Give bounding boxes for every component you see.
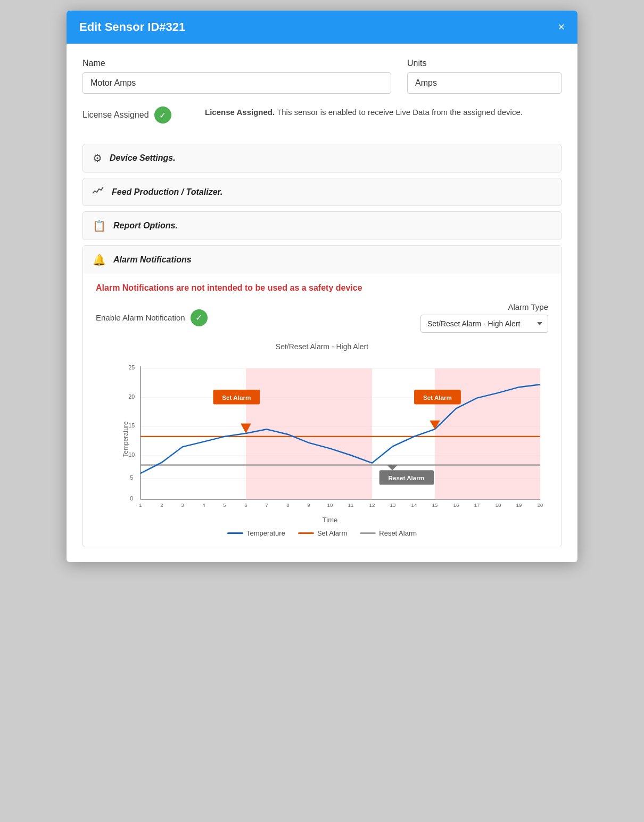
svg-text:17: 17 [474,502,480,508]
alarm-enable-group: Enable Alarm Notification ✓ [96,309,208,326]
svg-text:16: 16 [453,502,459,508]
modal-header: Edit Sensor ID#321 × [67,11,577,44]
license-section: License Assigned ✓ License Assigned. Thi… [82,106,562,129]
accordion-report-options[interactable]: 📋 Report Options. [82,211,562,240]
svg-text:20: 20 [538,502,543,508]
modal-body: Name Units License Assigned ✓ License As… [67,44,577,562]
report-options-icon: 📋 [93,219,106,232]
enable-alarm-label: Enable Alarm Notification [96,313,185,322]
svg-text:5: 5 [223,502,226,508]
units-label: Units [407,59,562,68]
feed-production-label: Feed Production / Totalizer. [112,187,222,197]
name-input[interactable] [82,72,391,94]
svg-text:1: 1 [139,502,142,508]
svg-text:15: 15 [432,502,438,508]
units-input[interactable] [407,72,562,94]
svg-text:7: 7 [265,502,268,508]
legend-temperature-line [227,532,243,534]
svg-text:10: 10 [128,451,135,458]
svg-text:13: 13 [390,502,396,508]
chart-legend: Temperature Set Alarm Reset Alarm [96,529,548,537]
name-group: Name [82,59,391,94]
license-label: License Assigned [82,110,149,120]
svg-text:6: 6 [244,502,247,508]
svg-text:15: 15 [128,422,135,429]
alarm-warning-text: Alarm Notifications are not intended to … [96,283,548,293]
alarm-type-select[interactable]: Set/Reset Alarm - High Alert Set/Reset A… [420,315,548,333]
legend-set-alarm: Set Alarm [298,529,347,537]
name-units-row: Name Units [82,59,562,94]
alarm-chart-container: Set/Reset Alarm - High Alert Temperature… [96,342,548,537]
svg-text:5: 5 [130,474,133,481]
license-left: License Assigned ✓ [82,106,189,124]
svg-text:14: 14 [411,502,417,508]
svg-text:0: 0 [130,495,133,502]
alarm-type-label: Alarm Type [508,302,548,311]
alarm-type-group: Alarm Type Set/Reset Alarm - High Alert … [420,302,548,333]
legend-set-alarm-label: Set Alarm [317,529,347,537]
svg-text:3: 3 [181,502,184,508]
svg-text:19: 19 [516,502,522,508]
legend-reset-alarm-line [360,532,376,534]
svg-text:10: 10 [327,502,333,508]
alarm-controls: Enable Alarm Notification ✓ Alarm Type S… [96,302,548,333]
license-desc-rest: This sensor is enabled to receive Live D… [275,108,523,117]
alarm-body: Alarm Notifications are not intended to … [83,274,561,547]
legend-temperature-label: Temperature [246,529,285,537]
units-group: Units [407,59,562,94]
svg-text:20: 20 [128,393,135,400]
close-button[interactable]: × [558,21,565,33]
svg-text:Set Alarm: Set Alarm [423,394,452,401]
alarm-enable-check: ✓ [191,309,208,326]
alarm-section: 🔔 Alarm Notifications Alarm Notification… [82,245,562,547]
svg-text:11: 11 [348,502,354,508]
license-desc-bold: License Assigned. [205,108,275,117]
license-check-icon: ✓ [154,106,171,124]
svg-marker-46 [387,465,398,471]
svg-text:25: 25 [128,364,135,371]
svg-text:4: 4 [202,502,205,508]
svg-text:18: 18 [496,502,501,508]
chart-area: 25 20 15 10 5 0 [117,354,543,514]
chart-wrapper: Temperature 25 20 15 10 5 0 [117,354,543,524]
x-axis-label: Time [117,516,543,524]
svg-text:12: 12 [369,502,375,508]
legend-reset-alarm-label: Reset Alarm [379,529,417,537]
legend-temperature: Temperature [227,529,285,537]
legend-reset-alarm: Reset Alarm [360,529,417,537]
name-label: Name [82,59,391,68]
feed-production-icon [93,186,104,198]
legend-set-alarm-line [298,532,314,534]
alarm-bell-icon: 🔔 [93,253,106,266]
svg-text:2: 2 [160,502,163,508]
svg-text:8: 8 [286,502,289,508]
alarm-header-label: Alarm Notifications [113,255,192,265]
license-description: License Assigned. This sensor is enabled… [205,106,523,119]
svg-rect-35 [435,368,540,499]
svg-rect-34 [246,368,372,499]
chart-svg: 25 20 15 10 5 0 [117,354,543,514]
accordion-feed-production[interactable]: Feed Production / Totalizer. [82,178,562,206]
report-options-label: Report Options. [113,221,178,231]
device-settings-icon: ⚙ [93,152,102,165]
alarm-header[interactable]: 🔔 Alarm Notifications [83,246,561,274]
accordion-device-settings[interactable]: ⚙ Device Settings. [82,144,562,172]
svg-text:9: 9 [307,502,310,508]
svg-text:Set Alarm: Set Alarm [222,394,251,401]
modal-title: Edit Sensor ID#321 [79,20,185,34]
device-settings-label: Device Settings. [110,153,176,163]
edit-sensor-modal: Edit Sensor ID#321 × Name Units License … [67,11,577,562]
chart-title: Set/Reset Alarm - High Alert [96,342,548,351]
svg-text:Reset Alarm: Reset Alarm [389,474,425,481]
